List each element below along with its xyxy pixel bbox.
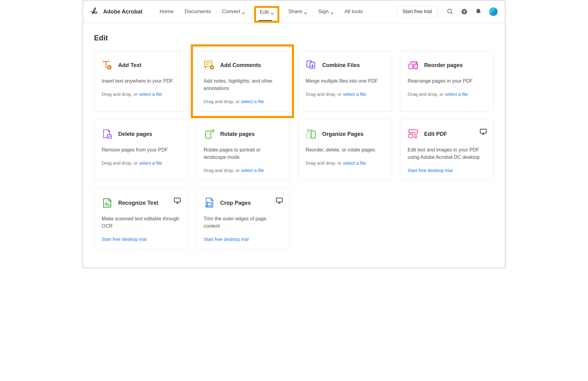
rotate-pages-icon: [204, 129, 215, 140]
select-file-link[interactable]: select a file: [445, 92, 468, 97]
recognize-text-icon: AA: [102, 197, 113, 208]
card-organize-pages[interactable]: Organize Pages Reorder, delete, or rotat…: [298, 120, 392, 181]
card-footer: Drag and drop, or select a file: [204, 168, 282, 173]
card-footer: Start free desktop trial: [204, 237, 282, 242]
card-desc: Trim the outer edges of page content: [204, 215, 282, 230]
select-file-link[interactable]: select a file: [139, 92, 162, 97]
card-title: Edit PDF: [424, 131, 447, 137]
svg-rect-21: [276, 198, 282, 202]
card-footer: Drag and drop, or select a file: [204, 99, 282, 104]
nav-all-tools[interactable]: All tools: [344, 7, 364, 17]
tools-grid: Add Text Insert text anywhere in your PD…: [94, 51, 494, 249]
svg-text:A: A: [105, 202, 108, 206]
start-free-trial-button[interactable]: Start free trial: [397, 6, 438, 18]
svg-point-0: [448, 9, 452, 13]
card-title: Combine Files: [322, 62, 360, 69]
select-file-link[interactable]: select a file: [139, 160, 162, 166]
notifications-icon[interactable]: [475, 8, 482, 15]
select-file-link[interactable]: select a file: [343, 92, 366, 97]
svg-rect-15: [480, 129, 486, 133]
nav-convert[interactable]: Convert: [221, 7, 246, 17]
nav-share[interactable]: Share: [288, 7, 308, 17]
start-desktop-trial-link[interactable]: Start free desktop trial: [102, 237, 147, 242]
svg-rect-18: [174, 198, 180, 202]
card-add-comments[interactable]: Add Comments Add notes, highlights, and …: [196, 51, 290, 112]
combine-files-icon: [306, 60, 317, 71]
card-title: Reorder pages: [424, 62, 463, 69]
card-rotate-pages[interactable]: Rotate pages Rotate pages to portrait or…: [196, 120, 290, 181]
svg-rect-9: [409, 64, 413, 69]
nav-sign[interactable]: Sign: [318, 7, 334, 17]
card-title: Recognize Text: [118, 200, 158, 206]
card-footer: Start free desktop trial: [408, 168, 486, 173]
nav-home[interactable]: Home: [159, 7, 174, 17]
card-desc: Merge multiple files into one PDF: [306, 77, 384, 85]
card-desc: Rearrange pages in your PDF: [408, 77, 486, 85]
select-file-link[interactable]: select a file: [241, 99, 264, 104]
card-edit-pdf[interactable]: Edit PDF Edit text and images in your PD…: [400, 120, 494, 181]
select-file-link[interactable]: select a file: [241, 168, 264, 173]
card-footer: Drag and drop, or select a file: [408, 92, 486, 97]
delete-pages-icon: [102, 129, 113, 140]
card-desc: Reorder, delete, or rotate pages: [306, 146, 384, 154]
card-title: Rotate pages: [220, 131, 255, 137]
crop-pages-icon: [204, 197, 215, 208]
add-text-icon: [102, 60, 113, 71]
svg-rect-14: [307, 133, 310, 138]
card-combine-files[interactable]: Combine Files Merge multiple files into …: [298, 51, 392, 112]
main-nav: Home Documents Convert Edit Share Sign: [159, 7, 363, 17]
card-title: Add Text: [118, 62, 141, 69]
svg-text:A: A: [108, 204, 110, 207]
desktop-icon: [276, 197, 283, 205]
acrobat-logo-icon: [90, 7, 99, 17]
card-title: Organize Pages: [322, 131, 364, 137]
card-reorder-pages[interactable]: Reorder pages Rearrange pages in your PD…: [400, 51, 494, 112]
start-desktop-trial-link[interactable]: Start free desktop trial: [204, 237, 249, 242]
search-icon[interactable]: [447, 8, 454, 15]
card-desc: Edit text and images in your PDF using A…: [408, 146, 486, 161]
nav-edit-highlight: Edit: [255, 8, 278, 22]
reorder-pages-icon: [408, 60, 419, 71]
card-footer: Drag and drop, or select a file: [102, 160, 180, 166]
page-title: Edit: [94, 34, 494, 42]
svg-line-1: [451, 13, 453, 14]
nav-edit[interactable]: Edit: [260, 9, 273, 15]
svg-rect-13: [311, 131, 315, 138]
brand-label: Adobe Acrobat: [103, 9, 142, 15]
nav-documents[interactable]: Documents: [184, 7, 212, 17]
svg-rect-16: [409, 130, 417, 133]
card-desc: Remove pages from your PDF: [102, 146, 180, 154]
edit-pdf-icon: [408, 129, 419, 140]
chevron-down-icon: [304, 10, 307, 13]
desktop-icon: [174, 197, 181, 205]
svg-rect-10: [414, 64, 417, 69]
card-desc: Insert text anywhere in your PDF: [102, 77, 180, 85]
card-recognize-text[interactable]: AA Recognize Text Make scanned text edit…: [94, 189, 188, 249]
card-delete-pages[interactable]: Delete pages Remove pages from your PDF …: [94, 120, 188, 181]
card-title: Add Comments: [220, 62, 261, 69]
svg-text:?: ?: [463, 9, 466, 14]
start-desktop-trial-link[interactable]: Start free desktop trial: [408, 168, 453, 173]
card-desc: Make scanned text editable through OCR: [102, 215, 180, 230]
card-title: Crop Pages: [220, 200, 251, 206]
card-desc: Rotate pages to portrait or landscape mo…: [204, 146, 282, 161]
chevron-down-icon: [330, 10, 334, 13]
card-title: Delete pages: [118, 131, 152, 137]
brand: Adobe Acrobat: [90, 7, 142, 17]
chevron-down-icon: [242, 10, 245, 13]
svg-rect-12: [205, 131, 211, 138]
desktop-icon: [480, 128, 487, 136]
card-footer: Drag and drop, or select a file: [306, 92, 384, 97]
card-desc: Add notes, highlights, and other annotat…: [204, 77, 282, 92]
organize-pages-icon: [306, 129, 317, 140]
avatar[interactable]: [489, 7, 498, 16]
select-file-link[interactable]: select a file: [343, 160, 366, 166]
add-comments-icon: [204, 60, 215, 71]
top-nav: Adobe Acrobat Home Documents Convert Edi…: [83, 0, 505, 23]
card-crop-pages[interactable]: Crop Pages Trim the outer edges of page …: [196, 189, 290, 249]
card-footer: Start free desktop trial: [102, 237, 180, 242]
card-add-text[interactable]: Add Text Insert text anywhere in your PD…: [94, 51, 188, 112]
svg-rect-17: [409, 134, 413, 138]
card-footer: Drag and drop, or select a file: [102, 92, 180, 97]
help-icon[interactable]: ?: [461, 8, 468, 15]
